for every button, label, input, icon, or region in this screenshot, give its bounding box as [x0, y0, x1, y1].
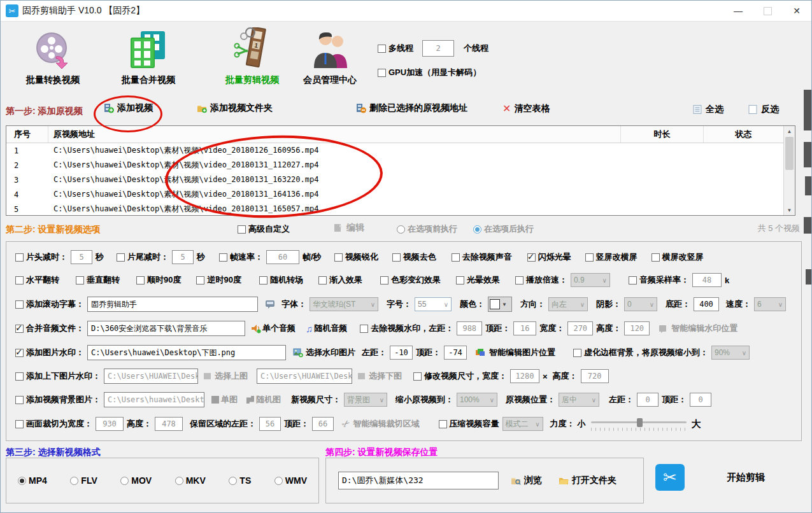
colorfx-checkbox[interactable]	[380, 276, 388, 285]
format-option-mkv[interactable]: MKV	[175, 475, 206, 486]
topbottom-watermark-checkbox[interactable]	[15, 372, 24, 381]
open-folder-button[interactable]: 打开文件夹	[559, 475, 616, 486]
edit-button[interactable]: 编辑	[333, 222, 364, 234]
subtitle-checkbox[interactable]	[15, 300, 24, 309]
scroll-thumb[interactable]	[785, 137, 794, 170]
wm-width-input[interactable]: 270	[567, 321, 593, 335]
format-option-flv[interactable]: FLV	[70, 475, 97, 486]
start-edit-button[interactable]: 开始剪辑	[727, 472, 765, 484]
delete-selected-button[interactable]: 删除已选择的原视频地址	[356, 102, 467, 114]
head-trim-checkbox[interactable]	[15, 253, 24, 262]
mute-checkbox[interactable]	[452, 253, 460, 262]
framerate-checkbox[interactable]	[219, 253, 227, 262]
bg-image-input[interactable]: C:\Users\huawei\Desktop\	[104, 392, 204, 407]
tail-trim-input[interactable]: 5	[172, 250, 194, 264]
keep-top-input[interactable]: 66	[312, 417, 334, 431]
scroll-up-icon[interactable]: ▲	[784, 126, 795, 136]
cw90-checkbox[interactable]	[136, 276, 145, 285]
resize-height-input[interactable]: 720	[581, 369, 609, 383]
samplerate-input[interactable]: 48	[692, 273, 722, 287]
single-image-label[interactable]: 单图	[221, 394, 238, 405]
remove-watermark-checkbox[interactable]	[360, 325, 368, 333]
multithread-checkbox[interactable]	[378, 45, 386, 53]
minimize-button[interactable]: —	[723, 1, 753, 21]
format-option-mp4[interactable]: MP4	[18, 475, 47, 486]
bottom-margin-input[interactable]: 400	[694, 297, 719, 311]
browse-button[interactable]: 浏览	[511, 475, 542, 486]
table-row[interactable]: 5 C:\Users\huawei\Desktop\素材\视频\video_20…	[6, 202, 783, 215]
single-audio-label[interactable]: 单个音频	[262, 323, 296, 334]
table-row[interactable]: 1 C:\Users\huawei\Desktop\素材\视频\video_20…	[6, 143, 783, 158]
close-button[interactable]: ✕	[782, 1, 811, 21]
compress-mode-dropdown[interactable]: 模式二∨	[502, 417, 543, 431]
save-path-input[interactable]: D:\固乔\新媒体\232	[338, 472, 499, 489]
add-folder-button[interactable]: 添加视频文件夹	[197, 102, 273, 114]
wm-left-input[interactable]: 988	[457, 321, 482, 335]
resize-checkbox[interactable]	[413, 372, 422, 381]
slider-thumb[interactable]	[637, 418, 643, 427]
smart-image-position-label[interactable]: 智能编辑图片位置	[489, 347, 555, 358]
fontsize-dropdown[interactable]: 55∨	[415, 297, 452, 311]
after-option-radio[interactable]	[473, 225, 481, 234]
keep-left-input[interactable]: 56	[259, 417, 281, 431]
clear-table-button[interactable]: ✕ 清空表格	[502, 102, 550, 115]
random-audio-label[interactable]: 随机音频	[314, 323, 347, 334]
random-image-label[interactable]: 随机图	[256, 394, 281, 405]
mp4-radio[interactable]	[18, 477, 26, 485]
top-image-input[interactable]: C:\Users\HUAWEI\Desktop\素材\1\	[104, 369, 198, 384]
resize-width-input[interactable]: 1280	[510, 369, 539, 383]
header-index[interactable]: 序号	[6, 126, 48, 143]
advanced-custom-checkbox[interactable]	[238, 225, 246, 234]
shadow-dropdown[interactable]: 0∨	[624, 297, 657, 311]
pick-watermark-label[interactable]: 选择水印图片	[306, 347, 355, 358]
shrink-dropdown[interactable]: 100%∨	[457, 393, 497, 407]
image-watermark-input[interactable]: C:\Users\huawei\Desktop\下图.png	[87, 345, 286, 360]
scroll-down-icon[interactable]: ▼	[784, 205, 795, 215]
vflip-checkbox[interactable]	[76, 276, 84, 285]
merge-audio-input[interactable]: D:\360安全浏览器下载\背景音乐	[87, 321, 245, 336]
wm-height-input[interactable]: 120	[624, 321, 650, 335]
head-trim-input[interactable]: 5	[71, 250, 92, 264]
ccw90-checkbox[interactable]	[196, 276, 204, 285]
compress-checkbox[interactable]	[439, 420, 447, 428]
start-edit-icon[interactable]: ✂	[655, 464, 685, 491]
maximize-button[interactable]	[753, 1, 782, 21]
hflip-checkbox[interactable]	[15, 276, 24, 285]
before-option-radio[interactable]	[397, 225, 405, 234]
table-row[interactable]: 4 C:\Users\huawei\Desktop\素材\视频\video_20…	[6, 187, 783, 202]
bottom-image-input[interactable]: C:\Users\HUAWEI\Desktop\素材	[257, 369, 352, 384]
header-path[interactable]: 原视频地址	[48, 126, 621, 143]
table-scrollbar[interactable]: ▲ ▼	[783, 126, 795, 215]
flicker-checkbox[interactable]	[527, 253, 536, 262]
mov-radio[interactable]	[120, 477, 129, 485]
format-option-wmv[interactable]: WMV	[274, 475, 307, 486]
merge-audio-checkbox[interactable]	[15, 325, 24, 333]
bg-left-input[interactable]: 0	[637, 393, 659, 407]
tool-batch-merge[interactable]: 批量合并视频	[109, 27, 188, 86]
table-row[interactable]: 2 C:\Users\huawei\Desktop\素材\视频\video_20…	[6, 158, 783, 172]
color-picker[interactable]: ▼	[488, 297, 512, 312]
crop-width-input[interactable]: 930	[96, 417, 124, 431]
smart-crop-label[interactable]: 智能编辑裁切区域	[353, 418, 420, 430]
img-top-input[interactable]: -74	[444, 346, 467, 360]
v2h-checkbox[interactable]	[585, 253, 594, 262]
halofx-checkbox[interactable]	[456, 276, 464, 285]
format-option-mov[interactable]: MOV	[120, 475, 152, 486]
img-left-input[interactable]: -10	[390, 346, 413, 360]
fadein-checkbox[interactable]	[318, 276, 327, 285]
pick-bottom-image-label[interactable]: 选择下图	[369, 370, 402, 382]
subtitle-input[interactable]: 固乔剪辑助手	[87, 297, 258, 312]
direction-dropdown[interactable]: 向左∨	[548, 297, 588, 311]
strength-slider[interactable]	[591, 417, 687, 431]
add-video-button[interactable]: 添加视频	[104, 102, 153, 114]
tool-batch-convert[interactable]: 批量转换视频	[13, 27, 92, 86]
select-all-button[interactable]: 全选	[692, 104, 723, 115]
mkv-radio[interactable]	[175, 477, 183, 485]
format-option-ts[interactable]: TS	[229, 475, 251, 486]
invert-select-button[interactable]: 反选	[748, 104, 779, 115]
new-size-dropdown[interactable]: 背景图∨	[344, 393, 387, 407]
header-status[interactable]: 状态	[704, 126, 783, 143]
bg-image-checkbox[interactable]	[15, 396, 24, 404]
pick-top-image-label[interactable]: 选择上图	[215, 370, 248, 382]
font-dropdown[interactable]: 华文琥珀(ST∨	[310, 297, 378, 311]
